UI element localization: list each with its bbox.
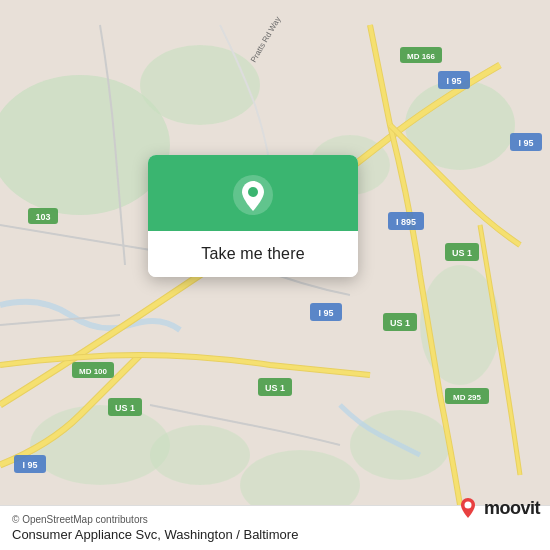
svg-text:US 1: US 1 (115, 403, 135, 413)
map-container: I 95 MD 166 I 95 I 895 US 1 I 95 US 1 10… (0, 0, 550, 550)
svg-text:I 95: I 95 (518, 138, 533, 148)
svg-text:MD 295: MD 295 (453, 393, 482, 402)
svg-text:MD 100: MD 100 (79, 367, 108, 376)
location-card: Take me there (148, 155, 358, 277)
location-pin-icon (231, 173, 275, 217)
svg-point-6 (150, 425, 250, 485)
svg-point-1 (140, 45, 260, 125)
svg-text:MD 166: MD 166 (407, 52, 436, 61)
svg-point-37 (248, 187, 258, 197)
svg-point-38 (464, 502, 471, 509)
svg-text:I 95: I 95 (318, 308, 333, 318)
svg-text:US 1: US 1 (452, 248, 472, 258)
svg-text:I 95: I 95 (22, 460, 37, 470)
svg-text:Pratts Rd Way: Pratts Rd Way (249, 15, 282, 64)
svg-text:US 1: US 1 (390, 318, 410, 328)
svg-text:I 95: I 95 (446, 76, 461, 86)
svg-text:I 895: I 895 (396, 217, 416, 227)
svg-text:US 1: US 1 (265, 383, 285, 393)
moovit-pin-icon (456, 496, 480, 520)
moovit-brand-text: moovit (484, 498, 540, 519)
svg-text:103: 103 (35, 212, 50, 222)
moovit-logo: moovit (456, 496, 540, 520)
card-header (148, 155, 358, 231)
take-me-there-button[interactable]: Take me there (148, 231, 358, 277)
svg-point-5 (30, 405, 170, 485)
location-name: Consumer Appliance Svc, Washington / Bal… (12, 527, 538, 542)
